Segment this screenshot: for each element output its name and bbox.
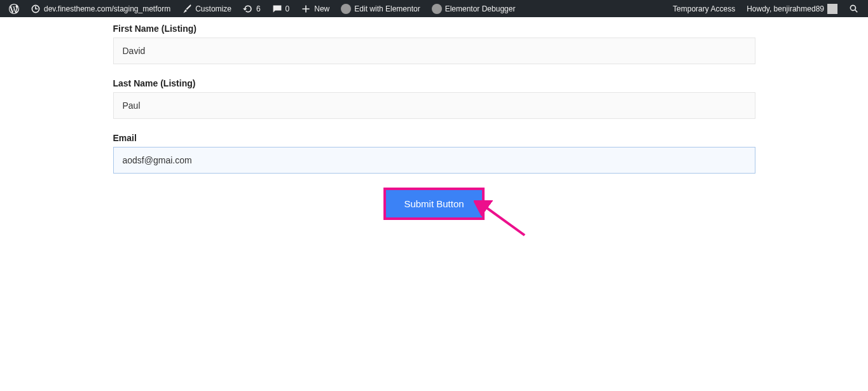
customize-link[interactable]: Customize bbox=[177, 0, 237, 17]
dashboard-icon bbox=[31, 4, 41, 14]
wp-admin-bar: dev.finestheme.com/staging_metform Custo… bbox=[0, 0, 868, 17]
wp-logo[interactable] bbox=[4, 0, 24, 17]
avatar bbox=[827, 4, 837, 14]
first-name-label: First Name (Listing) bbox=[113, 24, 755, 34]
last-name-label: Last Name (Listing) bbox=[113, 78, 755, 88]
customize-text: Customize bbox=[195, 4, 231, 13]
wordpress-icon bbox=[9, 4, 19, 14]
comment-icon bbox=[272, 4, 282, 14]
elementor-icon bbox=[341, 4, 351, 14]
brush-icon bbox=[182, 4, 192, 14]
submit-wrap: Submit Button bbox=[113, 188, 755, 220]
search-icon bbox=[849, 4, 859, 14]
last-name-input[interactable] bbox=[113, 92, 755, 119]
email-label: Email bbox=[113, 133, 755, 143]
howdy-text: Howdy, benjirahmed89 bbox=[747, 4, 824, 13]
temp-access-text: Temporary Access bbox=[673, 4, 735, 13]
first-name-input[interactable] bbox=[113, 38, 755, 64]
plus-icon bbox=[301, 4, 311, 14]
edit-elementor-text: Edit with Elementor bbox=[354, 4, 420, 13]
temporary-access-link[interactable]: Temporary Access bbox=[668, 0, 740, 17]
search-toggle[interactable] bbox=[844, 0, 864, 17]
elementor-debugger-text: Elementor Debugger bbox=[445, 4, 516, 13]
email-input[interactable] bbox=[113, 147, 755, 174]
admin-bar-right: Temporary Access Howdy, benjirahmed89 bbox=[668, 0, 864, 17]
update-icon bbox=[243, 4, 253, 14]
elementor-debugger-link[interactable]: Elementor Debugger bbox=[427, 0, 521, 17]
new-text: New bbox=[314, 4, 329, 13]
edit-elementor-link[interactable]: Edit with Elementor bbox=[336, 0, 425, 17]
info-icon bbox=[432, 4, 442, 14]
email-group: Email bbox=[113, 133, 755, 174]
first-name-group: First Name (Listing) bbox=[113, 24, 755, 64]
comments-count: 0 bbox=[286, 4, 290, 13]
site-name-text: dev.finestheme.com/staging_metform bbox=[44, 4, 170, 13]
account-link[interactable]: Howdy, benjirahmed89 bbox=[741, 0, 843, 17]
updates-count: 6 bbox=[256, 4, 261, 13]
new-link[interactable]: New bbox=[296, 0, 334, 17]
admin-bar-left: dev.finestheme.com/staging_metform Custo… bbox=[4, 0, 520, 17]
updates-link[interactable]: 6 bbox=[238, 0, 266, 17]
submit-button[interactable]: Submit Button bbox=[383, 188, 484, 220]
last-name-group: Last Name (Listing) bbox=[113, 78, 755, 119]
form-content: First Name (Listing) Last Name (Listing)… bbox=[113, 17, 755, 220]
comments-link[interactable]: 0 bbox=[267, 0, 295, 17]
site-name-link[interactable]: dev.finestheme.com/staging_metform bbox=[25, 0, 176, 17]
